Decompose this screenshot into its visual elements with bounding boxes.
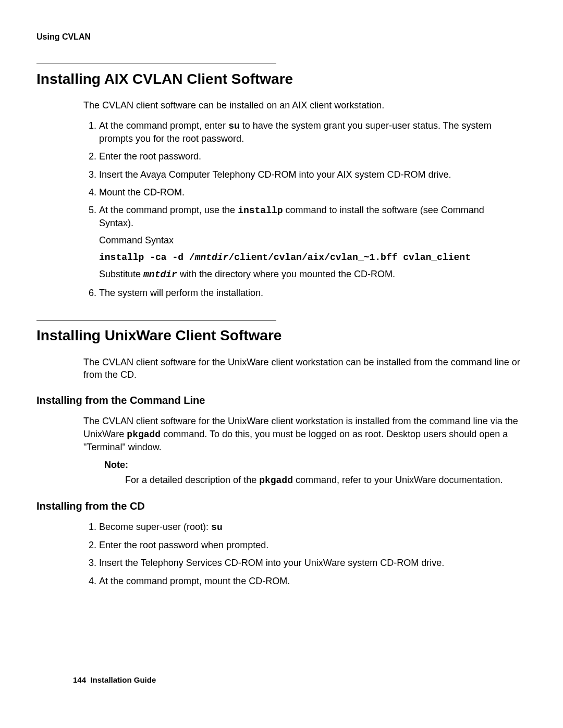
step-4: Mount the CD-ROM. [99, 186, 527, 199]
section2-steps: Become super-user (root): su Enter the r… [99, 521, 527, 587]
sub1-body: The CVLAN client software for the UnixWa… [83, 415, 527, 453]
section-heading-aix: Installing AIX CVLAN Client Software [36, 69, 527, 89]
section-heading-unixware: Installing UnixWare Client Software [36, 326, 527, 346]
syntax-post: /client/cvlan/aix/cvlan_~1.bff cvlan_cli… [228, 252, 470, 263]
cmd-su: su [228, 121, 240, 131]
section1-steps: At the command prompt, enter su to have … [99, 119, 527, 299]
step-5: At the command prompt, use the installp … [99, 204, 527, 281]
section-rule [36, 320, 276, 320]
cmd-su: su [211, 522, 223, 533]
note-block: Note: For a detailed description of the … [104, 459, 527, 487]
page-footer: 144 Installation Guide [73, 675, 156, 685]
s2-step-3: Insert the Telephony Services CD-ROM int… [99, 557, 527, 569]
section2-intro: The CVLAN client software for the UnixWa… [83, 356, 527, 381]
command-syntax-line: installp -ca -d /mntdir/client/cvlan/aix… [99, 251, 511, 264]
text: Become super-user (root): [99, 522, 211, 532]
subheading-cd: Installing from the CD [36, 499, 527, 513]
note-body: For a detailed description of the pkgadd… [125, 474, 506, 487]
syntax-pre: installp -ca -d / [99, 252, 195, 263]
s2-step-1: Become super-user (root): su [99, 521, 527, 534]
section-rule [36, 64, 276, 64]
syntax-var: mntdir [195, 252, 229, 263]
s2-step-4: At the command prompt, mount the CD-ROM. [99, 575, 527, 587]
text: At the command prompt, enter [99, 120, 228, 131]
step-2: Enter the root password. [99, 150, 527, 163]
text: For a detailed description of the [125, 475, 259, 485]
text: Substitute [99, 269, 143, 279]
page-container: Using CVLAN Installing AIX CVLAN Client … [36, 31, 527, 709]
subheading-commandline: Installing from the Command Line [36, 393, 527, 408]
footer-label: Installation Guide [90, 675, 156, 684]
step-1: At the command prompt, enter su to have … [99, 119, 527, 145]
var-mntdir: mntdir [143, 269, 177, 280]
cmd-pkgadd: pkgadd [259, 475, 293, 486]
section1-intro: The CVLAN client software can be install… [83, 99, 527, 112]
text: At the command prompt, use the [99, 205, 238, 215]
note-label: Note: [104, 459, 506, 471]
text: with the directory where you mounted the… [177, 269, 395, 279]
text: command, refer to your UnixWare document… [293, 475, 503, 485]
cmd-installp: installp [238, 205, 283, 216]
step-3: Insert the Avaya Computer Telephony CD-R… [99, 168, 527, 181]
running-header: Using CVLAN [36, 31, 527, 43]
cmd-pkgadd: pkgadd [127, 429, 161, 440]
substitute-line: Substitute mntdir with the directory whe… [99, 268, 511, 281]
command-syntax-label: Command Syntax [99, 234, 511, 246]
step-6: The system will perform the installation… [99, 287, 527, 299]
s2-step-2: Enter the root password when prompted. [99, 539, 527, 551]
page-number: 144 [73, 675, 86, 684]
